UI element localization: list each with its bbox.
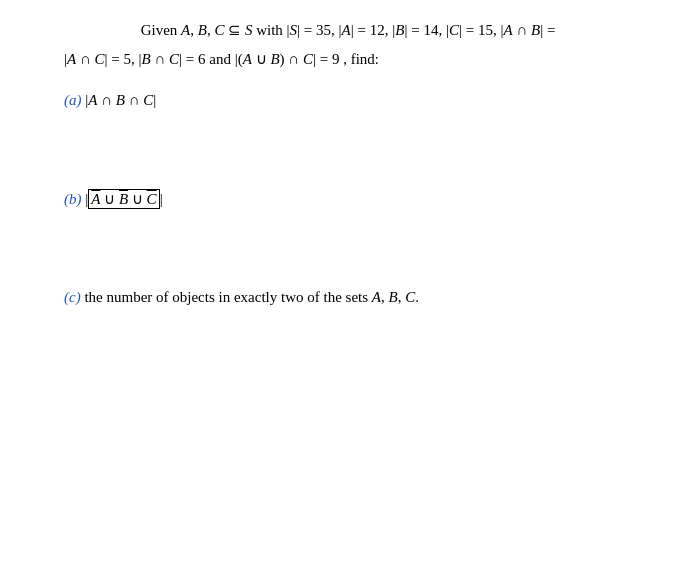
part-b: (b) |A ∪ B ∪ C|: [32, 189, 664, 209]
given-text-line1: Given A, B, C ⊆ S with |S| = 35, |A| = 1…: [141, 22, 556, 38]
part-c: (c) the number of objects in exactly two…: [32, 289, 664, 306]
problem-container: Given A, B, C ⊆ S with |S| = 35, |A| = 1…: [32, 18, 664, 306]
given-text-line2: |A ∩ C| = 5, |B ∩ C| = 6 and |(A ∪ B) ∩ …: [64, 51, 379, 67]
part-b-expression: |A ∪ B ∪ C|: [85, 191, 162, 207]
part-a: (a) |A ∩ B ∩ C|: [32, 92, 664, 109]
given-statement: Given A, B, C ⊆ S with |S| = 35, |A| = 1…: [32, 18, 664, 43]
given-statement-line2: |A ∩ C| = 5, |B ∩ C| = 6 and |(A ∪ B) ∩ …: [32, 47, 664, 72]
part-c-text: the number of objects in exactly two of …: [84, 289, 419, 305]
part-c-label: (c): [64, 289, 81, 305]
part-b-label: (b): [64, 191, 82, 207]
part-a-expression: |A ∩ B ∩ C|: [85, 92, 156, 108]
part-a-label: (a): [64, 92, 82, 108]
